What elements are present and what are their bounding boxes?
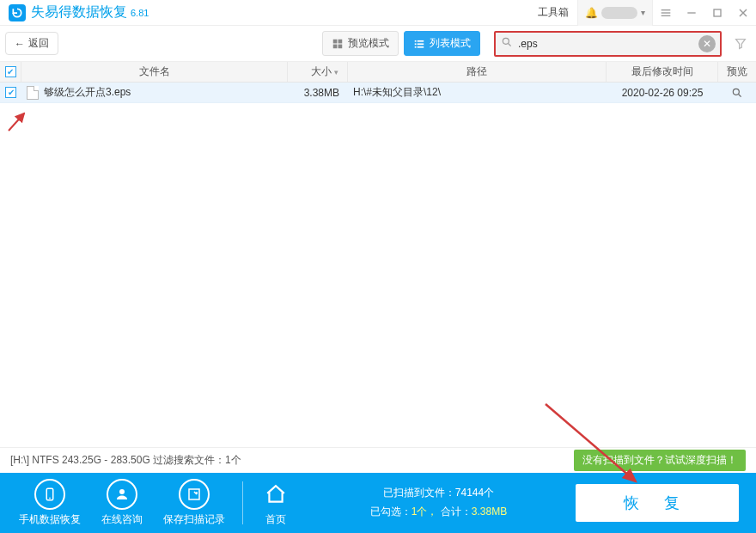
svg-rect-12 <box>418 40 424 41</box>
phone-recovery-button[interactable]: 手机数据恢复 <box>19 479 81 527</box>
user-name-placeholder <box>601 7 637 19</box>
user-menu[interactable]: 🔔 ▾ <box>577 0 653 26</box>
col-path[interactable]: 路径 <box>348 62 607 82</box>
maximize-button[interactable] <box>704 0 730 26</box>
col-preview: 预览 <box>718 62 756 82</box>
save-scan-button[interactable]: 保存扫描记录 <box>163 479 225 527</box>
svg-rect-25 <box>189 489 199 499</box>
file-list-body <box>0 103 756 447</box>
svg-rect-15 <box>415 46 417 47</box>
preview-mode-label: 预览模式 <box>348 36 389 51</box>
list-mode-button[interactable]: 列表模式 <box>404 31 480 56</box>
row-checkbox[interactable] <box>0 83 21 102</box>
app-logo <box>9 4 26 21</box>
svg-line-26 <box>546 404 636 481</box>
home-label: 首页 <box>265 512 286 527</box>
total-label: 合计： <box>441 505 472 518</box>
chevron-down-icon: ▾ <box>641 8 645 17</box>
file-icon <box>27 86 39 100</box>
selected-count: 1个， <box>412 505 438 518</box>
row-filename-cell: 够级怎么开点3.eps <box>21 83 288 102</box>
filter-button[interactable] <box>730 37 751 51</box>
svg-rect-8 <box>338 39 343 43</box>
row-size: 3.38MB <box>288 83 348 102</box>
export-icon <box>179 479 210 510</box>
row-preview-button[interactable] <box>718 83 756 102</box>
menu-button[interactable] <box>653 0 679 26</box>
close-button[interactable] <box>730 0 756 26</box>
svg-rect-14 <box>418 43 424 45</box>
svg-rect-13 <box>415 43 417 45</box>
back-button[interactable]: ← 返回 <box>5 32 58 55</box>
svg-rect-16 <box>418 46 424 47</box>
back-label: 返回 <box>28 36 49 51</box>
selected-label: 已勾选： <box>370 505 412 518</box>
disk-status: [H:\] NTFS 243.25G - 283.50G 过滤搜索文件：1个 <box>10 453 241 468</box>
row-filename: 够级怎么开点3.eps <box>44 85 131 100</box>
grid-icon <box>332 38 344 50</box>
home-icon <box>260 479 291 510</box>
svg-line-21 <box>9 113 24 131</box>
svg-rect-7 <box>333 39 338 43</box>
scanned-label: 已扫描到文件： <box>383 487 455 499</box>
footer-divider <box>242 481 243 524</box>
svg-point-17 <box>503 38 509 44</box>
online-consult-label: 在线咨询 <box>101 512 143 527</box>
phone-recovery-label: 手机数据恢复 <box>19 512 81 527</box>
table-row[interactable]: 够级怎么开点3.eps 3.38MB H:\#未知父目录\12\ 2020-02… <box>0 83 756 103</box>
annotation-arrow-icon <box>5 108 31 134</box>
svg-line-20 <box>739 94 741 96</box>
row-date: 2020-02-26 09:25 <box>607 83 718 102</box>
svg-line-18 <box>509 44 511 46</box>
save-scan-label: 保存扫描记录 <box>163 512 225 527</box>
select-all-checkbox[interactable] <box>0 62 21 82</box>
svg-point-19 <box>733 89 739 95</box>
svg-rect-11 <box>415 40 417 41</box>
search-box[interactable]: ✕ <box>494 31 722 57</box>
toolbox-link[interactable]: 工具箱 <box>538 5 569 20</box>
table-header: 文件名 大小▾ 路径 最后修改时间 预览 <box>0 62 756 83</box>
svg-rect-10 <box>338 44 343 48</box>
svg-rect-4 <box>714 9 721 16</box>
user-icon: 🔔 <box>585 7 598 19</box>
col-date[interactable]: 最后修改时间 <box>607 62 718 82</box>
annotation-arrow-icon <box>541 400 653 494</box>
minimize-button[interactable] <box>679 0 704 26</box>
row-path: H:\#未知父目录\12\ <box>348 83 607 102</box>
preview-mode-button[interactable]: 预览模式 <box>322 31 399 56</box>
back-arrow-icon: ← <box>15 38 25 50</box>
search-input[interactable] <box>518 38 698 50</box>
list-icon <box>413 38 425 50</box>
list-mode-label: 列表模式 <box>430 36 471 51</box>
footer-info: 已扫描到文件：74144个 已勾选：1个， 合计：3.38MB <box>302 484 576 521</box>
person-icon <box>107 479 137 510</box>
online-consult-button[interactable]: 在线咨询 <box>101 479 143 527</box>
scanned-count: 74144个 <box>455 487 494 499</box>
app-title: 失易得数据恢复 <box>31 3 127 21</box>
total-size: 3.38MB <box>472 505 507 518</box>
home-button[interactable]: 首页 <box>260 479 291 527</box>
col-size[interactable]: 大小▾ <box>288 62 348 82</box>
col-filename[interactable]: 文件名 <box>21 62 288 82</box>
magnifier-icon <box>731 87 743 99</box>
svg-rect-9 <box>333 44 338 48</box>
svg-point-24 <box>119 489 125 494</box>
search-icon <box>501 36 513 51</box>
clear-search-button[interactable]: ✕ <box>698 35 716 52</box>
app-version: 6.81 <box>131 8 149 18</box>
phone-icon <box>34 479 65 510</box>
